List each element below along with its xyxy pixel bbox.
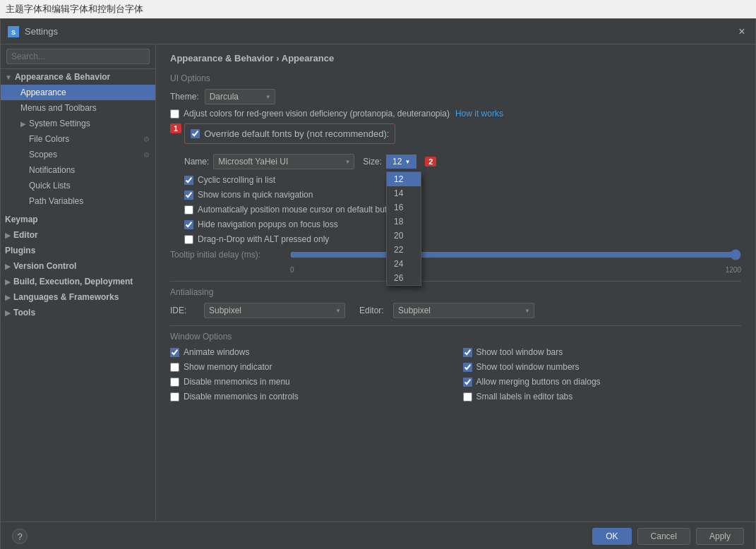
breadcrumb: Appearance & Behavior › Appearance [170, 53, 741, 64]
sidebar-item-scopes[interactable]: Scopes ⚙ [1, 147, 155, 162]
search-input[interactable] [6, 49, 150, 64]
sidebar-item-appearance-behavior[interactable]: ▼ Appearance & Behavior [1, 69, 155, 85]
tooltip-slider[interactable] [290, 249, 741, 260]
size-option-20[interactable]: 20 [387, 229, 421, 243]
checkboxes-group: Cyclic scrolling in list Show icons in q… [184, 175, 741, 244]
sidebar-item-menus-toolbars[interactable]: Menus and Toolbars [1, 100, 155, 116]
size-dropdown-btn[interactable]: 12 ▼ [386, 155, 416, 169]
cancel-button[interactable]: Cancel [637, 528, 690, 545]
sidebar-item-tools[interactable]: ▶ Tools [1, 305, 155, 320]
breadcrumb-child: Appearance [282, 53, 334, 64]
show-icons-checkbox[interactable] [184, 191, 193, 200]
sidebar-item-system-settings[interactable]: ▶ System Settings [1, 116, 155, 131]
antialiasing-ide-select-wrapper: Subpixel Greyscale None [204, 303, 345, 318]
drag-drop-label: Drag-n-Drop with ALT pressed only [198, 234, 329, 244]
sidebar-item-label: Path Variables [29, 196, 83, 206]
show-tool-bars-checkbox[interactable] [463, 348, 472, 357]
close-button[interactable]: × [736, 25, 748, 38]
animate-windows-checkbox[interactable] [170, 348, 179, 357]
sidebar-item-languages[interactable]: ▶ Languages & Frameworks [1, 289, 155, 305]
hide-nav-checkbox[interactable] [184, 220, 193, 229]
window-options-grid: Animate windows Show memory indicator Di… [170, 347, 741, 406]
arrow-icon: ▶ [5, 294, 11, 301]
cyclic-scroll-label: Cyclic scrolling in list [198, 175, 275, 185]
antialiasing-ide-label: IDE: [170, 306, 198, 315]
size-option-12[interactable]: 12 [387, 172, 421, 186]
apply-button[interactable]: Apply [696, 528, 744, 545]
sidebar-item-editor[interactable]: ▶ Editor [1, 227, 155, 243]
cyclic-scroll-checkbox[interactable] [184, 176, 193, 185]
disable-mnemonics-ctrl-checkbox[interactable] [170, 392, 179, 402]
sidebar-item-plugins[interactable]: Plugins [1, 243, 155, 258]
hide-nav-label: Hide navigation popups on focus loss [198, 219, 338, 229]
sidebar-item-label: Scopes [29, 150, 57, 159]
sidebar-item-label: System Settings [29, 119, 90, 128]
disable-mnemonics-menu-row: Disable mnemonics in menu [170, 377, 449, 387]
annotation-2-label: 2 [425, 157, 436, 167]
disable-mnemonics-menu-label: Disable mnemonics in menu [184, 377, 290, 387]
breadcrumb-separator: › [276, 53, 281, 64]
show-tool-numbers-checkbox[interactable] [463, 363, 472, 372]
window-options-section-title: Window Options [170, 332, 741, 342]
antialiasing-editor-select[interactable]: Subpixel Greyscale None [393, 303, 534, 318]
auto-position-checkbox[interactable] [184, 205, 193, 215]
size-dropdown-list: 12 14 16 18 20 22 24 26 [386, 171, 421, 286]
small-labels-row: Small labels in editor tabs [463, 392, 742, 402]
sidebar-item-notifications[interactable]: Notifications [1, 162, 155, 178]
size-option-22[interactable]: 22 [387, 243, 421, 257]
arrow-icon: ▶ [5, 231, 11, 239]
allow-merging-label: Allow merging buttons on dialogs [476, 377, 601, 387]
sidebar-item-path-variables[interactable]: Path Variables [1, 193, 155, 209]
override-fonts-checkbox[interactable] [191, 129, 200, 138]
font-name-row: Name: Microsoft YaHei UI Arial Segoe UI … [184, 154, 741, 169]
font-name-select[interactable]: Microsoft YaHei UI Arial Segoe UI [213, 154, 354, 169]
sidebar-item-label: Tools [13, 308, 35, 318]
sidebar-item-appearance[interactable]: Appearance [1, 85, 155, 100]
small-labels-checkbox[interactable] [463, 392, 472, 402]
window-icon: S [8, 26, 19, 37]
breadcrumb-parent: Appearance & Behavior [170, 53, 274, 64]
sidebar-item-quick-lists[interactable]: Quick Lists [1, 178, 155, 193]
how-it-works-link[interactable]: How it works [455, 109, 503, 119]
sidebar-item-file-colors[interactable]: File Colors ⚙ [1, 131, 155, 147]
help-button[interactable]: ? [12, 529, 28, 544]
auto-position-row: Automatically position mouse cursor on d… [184, 205, 741, 215]
settings-icon: ⚙ [143, 135, 150, 143]
sidebar-item-version-control[interactable]: ▶ Version Control [1, 258, 155, 274]
override-fonts-label: Override default fonts by (not recommend… [204, 128, 389, 139]
color-blind-checkbox[interactable] [170, 109, 179, 119]
allow-merging-checkbox[interactable] [463, 378, 472, 387]
show-tool-bars-row: Show tool window bars [463, 347, 742, 357]
cyclic-scroll-row: Cyclic scrolling in list [184, 175, 741, 185]
antialiasing-ide-row: IDE: Subpixel Greyscale None Editor: Sub… [170, 303, 741, 318]
sidebar-item-label: Appearance & Behavior [15, 72, 110, 82]
ok-button[interactable]: OK [592, 528, 631, 545]
sidebar-item-build-execution[interactable]: ▶ Build, Execution, Deployment [1, 274, 155, 289]
theme-select[interactable]: Darcula IntelliJ [205, 89, 275, 104]
footer: ? OK Cancel Apply [1, 521, 755, 549]
arrow-icon: ▶ [20, 120, 26, 128]
size-option-24[interactable]: 24 [387, 257, 421, 271]
dropdown-arrow-icon: ▼ [404, 159, 410, 165]
override-fonts-box: Override default fonts by (not recommend… [184, 123, 395, 144]
antialiasing-ide-select[interactable]: Subpixel Greyscale None [204, 303, 345, 318]
divider-2 [170, 325, 741, 326]
top-label: 主题字体和编辑字体和控制台字体 [0, 0, 756, 18]
show-memory-checkbox[interactable] [170, 363, 179, 372]
disable-mnemonics-ctrl-row: Disable mnemonics in controls [170, 392, 449, 402]
sidebar-item-label: Notifications [29, 165, 75, 175]
drag-drop-checkbox[interactable] [184, 235, 193, 244]
sidebar-item-keymap[interactable]: Keymap [1, 212, 155, 227]
show-tool-numbers-row: Show tool window numbers [463, 362, 742, 372]
annotation-1-label: 1 [170, 123, 181, 133]
size-option-14[interactable]: 14 [387, 186, 421, 200]
size-option-18[interactable]: 18 [387, 215, 421, 229]
size-option-26[interactable]: 26 [387, 271, 421, 285]
antialiasing-editor-select-wrapper: Subpixel Greyscale None [393, 303, 534, 318]
color-blind-row: Adjust colors for red-green vision defic… [170, 109, 741, 119]
show-tool-numbers-label: Show tool window numbers [476, 362, 580, 372]
theme-row: Theme: Darcula IntelliJ [170, 89, 741, 104]
disable-mnemonics-menu-checkbox[interactable] [170, 378, 179, 387]
size-option-16[interactable]: 16 [387, 200, 421, 215]
small-labels-label: Small labels in editor tabs [476, 392, 573, 402]
